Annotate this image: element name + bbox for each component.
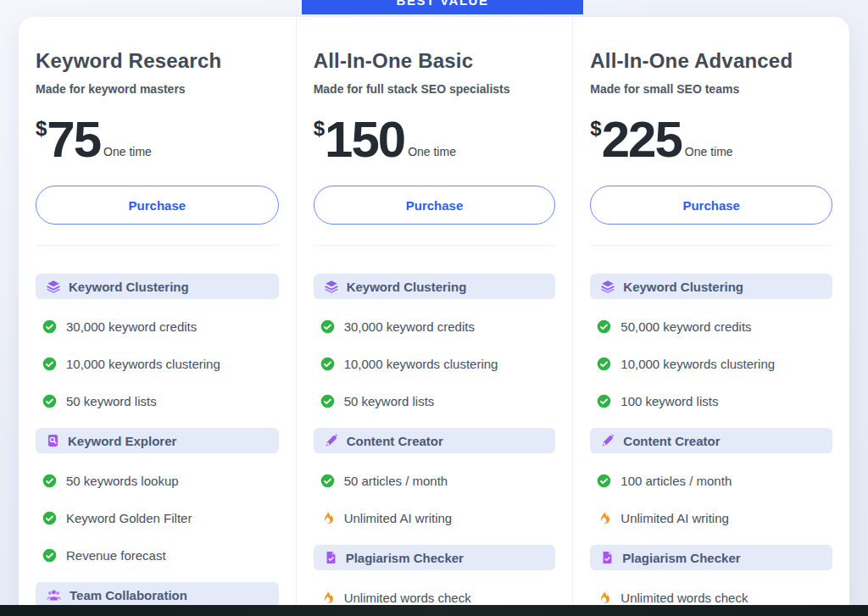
feature-row: 10,000 keywords clustering bbox=[314, 345, 556, 382]
feature-row: 30,000 keyword credits bbox=[314, 308, 556, 345]
price-amount: 150 bbox=[325, 114, 404, 165]
flame-icon bbox=[320, 591, 335, 605]
check-icon bbox=[42, 319, 57, 334]
feature-text: 30,000 keyword credits bbox=[344, 319, 475, 334]
document-check-icon bbox=[600, 550, 615, 565]
plan-tagline: Made for keyword masters bbox=[36, 82, 279, 96]
price-period: One time bbox=[685, 145, 733, 158]
feature-text: 50 keywords lookup bbox=[66, 474, 179, 488]
divider bbox=[314, 245, 556, 246]
feature-row: Revenue forecast bbox=[36, 536, 279, 574]
layers-icon bbox=[324, 279, 339, 294]
pen-icon bbox=[324, 433, 339, 448]
check-icon bbox=[597, 319, 611, 334]
section-header-plagiarism-checker: Plagiarism Checker bbox=[314, 545, 556, 570]
check-icon bbox=[42, 548, 57, 563]
feature-text: 30,000 keyword credits bbox=[66, 319, 197, 334]
price-currency: $ bbox=[36, 114, 47, 141]
feature-text: 10,000 keywords clustering bbox=[344, 357, 498, 371]
plan-title: All-In-One Basic bbox=[314, 49, 556, 73]
bottom-dark-bar bbox=[0, 605, 868, 616]
feature-text: Keyword Golden Filter bbox=[66, 511, 192, 525]
section-title: Keyword Clustering bbox=[623, 280, 743, 294]
plan-title: Keyword Research bbox=[36, 49, 279, 73]
check-icon bbox=[597, 357, 611, 371]
plan-title: All-In-One Advanced bbox=[590, 49, 832, 73]
plan-price: $ 225 One time bbox=[590, 114, 832, 165]
feature-row: 10,000 keywords clustering bbox=[36, 345, 279, 382]
price-currency: $ bbox=[314, 114, 325, 141]
feature-row: 50 keywords lookup bbox=[36, 462, 279, 499]
plan-price: $ 150 One time bbox=[314, 114, 556, 165]
section-header-team-collaboration: Team Collaboration bbox=[36, 582, 279, 608]
section-title: Content Creator bbox=[347, 434, 443, 448]
feature-text: Unlimited AI writing bbox=[620, 511, 729, 525]
section-title: Keyword Clustering bbox=[69, 280, 189, 294]
section-title: Content Creator bbox=[623, 434, 720, 448]
check-icon bbox=[42, 394, 57, 408]
section-header-keyword-clustering: Keyword Clustering bbox=[36, 274, 279, 299]
check-icon bbox=[42, 474, 57, 488]
check-icon bbox=[320, 357, 335, 371]
price-period: One time bbox=[103, 145, 152, 158]
document-check-icon bbox=[324, 550, 338, 565]
feature-row: Unlimited AI writing bbox=[590, 499, 832, 536]
feature-row: 30,000 keyword credits bbox=[36, 308, 279, 345]
feature-row: 100 keyword lists bbox=[590, 382, 832, 419]
feature-text: 10,000 keywords clustering bbox=[66, 357, 220, 371]
check-icon bbox=[597, 394, 611, 408]
feature-row: Keyword Golden Filter bbox=[36, 499, 279, 536]
flame-icon bbox=[597, 511, 611, 525]
purchase-button[interactable]: Purchase bbox=[590, 186, 832, 225]
section-title: Plagiarism Checker bbox=[622, 551, 740, 565]
divider bbox=[36, 245, 279, 246]
plan-card-keyword-research: Keyword Research Made for keyword master… bbox=[19, 17, 296, 616]
feature-text: 50 keyword lists bbox=[344, 394, 435, 408]
check-icon bbox=[320, 394, 335, 408]
check-icon bbox=[597, 474, 611, 488]
pricing-card: Keyword Research Made for keyword master… bbox=[19, 17, 849, 616]
section-title: Plagiarism Checker bbox=[346, 551, 464, 565]
feature-text: Unlimited words check bbox=[620, 591, 748, 605]
section-title: Team Collaboration bbox=[70, 588, 187, 602]
plan-tagline: Made for small SEO teams bbox=[590, 82, 832, 96]
section-header-keyword-explorer: Keyword Explorer bbox=[36, 428, 279, 453]
section-header-content-creator: Content Creator bbox=[314, 428, 556, 453]
feature-text: 10,000 keywords clustering bbox=[620, 357, 775, 371]
feature-row: 10,000 keywords clustering bbox=[590, 345, 832, 382]
feature-text: 100 keyword lists bbox=[620, 394, 718, 408]
price-amount: 225 bbox=[602, 114, 682, 165]
section-title: Keyword Clustering bbox=[347, 280, 467, 294]
best-value-banner: BEST VALUE bbox=[302, 0, 583, 14]
feature-row: 50,000 keyword credits bbox=[590, 308, 832, 345]
feature-text: 50 keyword lists bbox=[66, 394, 157, 408]
price-currency: $ bbox=[590, 114, 601, 141]
section-header-keyword-clustering: Keyword Clustering bbox=[314, 274, 556, 299]
plan-card-all-in-one-basic: All-In-One Basic Made for full stack SEO… bbox=[296, 17, 573, 616]
layers-icon bbox=[600, 279, 615, 294]
feature-row: 100 articles / month bbox=[590, 462, 832, 499]
pen-icon bbox=[600, 433, 615, 448]
section-header-keyword-clustering: Keyword Clustering bbox=[590, 274, 832, 299]
feature-text: Revenue forecast bbox=[66, 548, 166, 563]
price-period: One time bbox=[408, 145, 456, 158]
plan-price: $ 75 One time bbox=[36, 114, 279, 165]
feature-text: Unlimited AI writing bbox=[344, 511, 453, 525]
feature-text: 50 articles / month bbox=[344, 474, 448, 488]
section-header-content-creator: Content Creator bbox=[590, 428, 832, 453]
feature-row: 50 articles / month bbox=[314, 462, 556, 499]
plan-card-all-in-one-advanced: All-In-One Advanced Made for small SEO t… bbox=[572, 17, 849, 616]
feature-text: 100 articles / month bbox=[620, 474, 732, 488]
pricing-page: BEST VALUE Keyword Research Made for key… bbox=[0, 0, 868, 616]
feature-row: 50 keyword lists bbox=[36, 382, 279, 419]
document-search-icon bbox=[46, 433, 60, 448]
plan-tagline: Made for full stack SEO specialists bbox=[314, 82, 556, 96]
purchase-button[interactable]: Purchase bbox=[314, 186, 556, 225]
check-icon bbox=[42, 357, 57, 371]
best-value-label: BEST VALUE bbox=[397, 0, 489, 14]
purchase-button[interactable]: Purchase bbox=[36, 186, 279, 225]
check-icon bbox=[320, 319, 335, 334]
check-icon bbox=[42, 511, 57, 525]
layers-icon bbox=[46, 279, 61, 294]
check-icon bbox=[320, 474, 335, 488]
